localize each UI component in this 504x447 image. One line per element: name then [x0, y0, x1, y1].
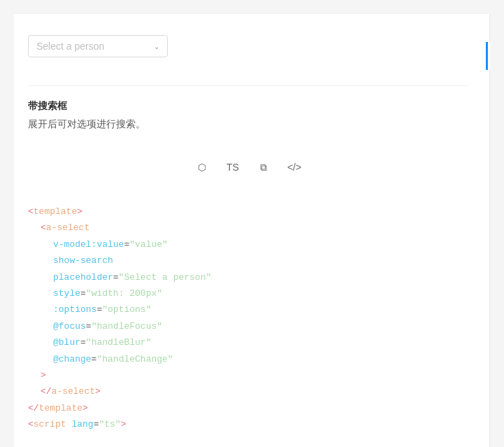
code-line: :options="options"	[28, 301, 468, 318]
right-sidebar-accent	[486, 42, 490, 70]
code-line: </template>	[28, 400, 468, 416]
code-line: v-model:value="value"	[28, 236, 468, 253]
code-line: @change="handleChange"	[28, 351, 468, 367]
code-line: >	[28, 367, 468, 383]
select-preview: Select a person ⌄	[28, 35, 468, 57]
code-line: </a-select>	[28, 383, 468, 399]
code-line: <a-select	[28, 220, 468, 236]
code-line: style="width: 200px"	[28, 285, 468, 301]
divider	[28, 85, 468, 86]
copy-icon[interactable]: ⧉	[254, 157, 273, 177]
section-title: 带搜索框	[28, 100, 468, 113]
code-line: <script lang="ts">	[28, 416, 468, 432]
content-area: Select a person ⌄ 带搜索框 展开后可对选项进行搜索。 ⬡ TS…	[14, 14, 490, 447]
code-line: @focus="handleFocus"	[28, 318, 468, 334]
ts-icon[interactable]: TS	[223, 157, 243, 177]
code-line: <template>	[28, 204, 468, 220]
code-line: show-search	[28, 253, 468, 269]
code-block: <template> <a-select v-model:value="valu…	[28, 197, 468, 439]
main-container: Select a person ⌄ 带搜索框 展开后可对选项进行搜索。 ⬡ TS…	[14, 14, 490, 447]
code-line: placeholder="Select a person"	[28, 269, 468, 285]
code-toolbar: ⬡ TS ⧉ </>	[28, 152, 468, 183]
code-line: @blur="handleBlur"	[28, 334, 468, 350]
chevron-down-icon: ⌄	[154, 43, 159, 50]
code-icon[interactable]: </>	[285, 157, 304, 177]
select-placeholder: Select a person	[36, 41, 104, 52]
select-input[interactable]: Select a person ⌄	[28, 35, 168, 57]
sandbox-icon[interactable]: ⬡	[192, 157, 212, 177]
description-section: 带搜索框 展开后可对选项进行搜索。	[28, 100, 468, 131]
section-desc: 展开后可对选项进行搜索。	[28, 118, 468, 131]
